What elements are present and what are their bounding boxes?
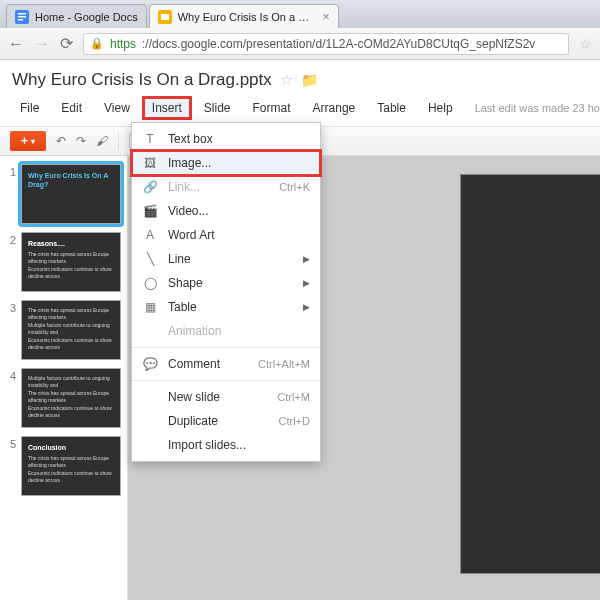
thumb-heading: Reasons....: [28, 239, 114, 248]
menu-comment[interactable]: 💬 Comment Ctrl+Alt+M: [132, 352, 320, 376]
menu-edit[interactable]: Edit: [51, 96, 92, 120]
url-https: https: [110, 37, 136, 51]
thumb-line: Multiple factors contribute to ongoing i…: [28, 375, 114, 388]
browser-tab-slides[interactable]: Why Euro Crisis Is On a Drag ×: [149, 4, 339, 28]
menu-separator: [132, 347, 320, 348]
toolbar-separator: [118, 132, 119, 150]
menu-label: Link...: [168, 180, 269, 194]
menu-file[interactable]: File: [10, 96, 49, 120]
slide-thumb-2[interactable]: Reasons.... The crisis has spread across…: [21, 232, 121, 292]
thumb-heading: Conclusion: [28, 443, 114, 452]
menu-label: Image...: [168, 156, 310, 170]
menu-bar: File Edit View Insert Slide Format Arran…: [0, 92, 600, 126]
menu-duplicate[interactable]: Duplicate Ctrl+D: [132, 409, 320, 433]
table-icon: ▦: [142, 300, 158, 314]
menu-import[interactable]: Import slides...: [132, 433, 320, 457]
doc-title[interactable]: Why Euro Crisis Is On a Drag.pptx: [12, 70, 272, 90]
menu-shape[interactable]: ◯ Shape ▶: [132, 271, 320, 295]
menu-table[interactable]: Table: [367, 96, 416, 120]
shape-icon: ◯: [142, 276, 158, 290]
thumb-number: 2: [6, 232, 16, 292]
comment-icon: 💬: [142, 357, 158, 371]
menu-video[interactable]: 🎬 Video...: [132, 199, 320, 223]
doc-header: Why Euro Crisis Is On a Drag.pptx ☆ 📁: [0, 60, 600, 92]
menu-shortcut: Ctrl+Alt+M: [258, 358, 310, 370]
menu-format[interactable]: Format: [243, 96, 301, 120]
thumb-line: The crisis has spread across Europe affe…: [28, 455, 114, 468]
menu-label: New slide: [168, 390, 267, 404]
thumb-title: Why Euro Crisis Is On A Drag?: [28, 171, 114, 189]
slide-thumb-4[interactable]: Multiple factors contribute to ongoing i…: [21, 368, 121, 428]
svg-rect-5: [161, 14, 169, 20]
thumb-line: Multiple factors contribute to ongoing i…: [28, 322, 114, 335]
close-icon[interactable]: ×: [322, 9, 330, 24]
new-slide-button[interactable]: +: [10, 131, 46, 151]
textbox-icon: T: [142, 132, 158, 146]
slide-thumb-3[interactable]: The crisis has spread across Europe affe…: [21, 300, 121, 360]
link-icon: 🔗: [142, 180, 158, 194]
tab-label: Home - Google Docs: [35, 11, 138, 23]
slide-thumb-5[interactable]: Conclusion The crisis has spread across …: [21, 436, 121, 496]
browser-tab-strip: Home - Google Docs Why Euro Crisis Is On…: [0, 0, 600, 28]
tab-label: Why Euro Crisis Is On a Drag: [178, 11, 316, 23]
back-icon[interactable]: ←: [8, 35, 24, 53]
thumb-line: The crisis has spread across Europe affe…: [28, 307, 114, 320]
menu-label: Import slides...: [168, 438, 310, 452]
thumb-line: Economic indicators continue to show dec…: [28, 470, 114, 483]
menu-table[interactable]: ▦ Table ▶: [132, 295, 320, 319]
menu-animation: Animation: [132, 319, 320, 343]
slide-thumb-1[interactable]: Why Euro Crisis Is On A Drag?: [21, 164, 121, 224]
star-icon[interactable]: ☆: [280, 71, 293, 89]
browser-tab-docs[interactable]: Home - Google Docs: [6, 4, 147, 28]
menu-newslide[interactable]: New slide Ctrl+M: [132, 385, 320, 409]
menu-label: Video...: [168, 204, 310, 218]
submenu-arrow-icon: ▶: [303, 278, 310, 288]
menu-label: Line: [168, 252, 293, 266]
menu-shortcut: Ctrl+K: [279, 181, 310, 193]
menu-link: 🔗 Link... Ctrl+K: [132, 175, 320, 199]
insert-dropdown: T Text box 🖼 Image... 🔗 Link... Ctrl+K 🎬…: [131, 122, 321, 462]
menu-image[interactable]: 🖼 Image...: [132, 151, 320, 175]
menu-label: Text box: [168, 132, 310, 146]
thumb-row: 4 Multiple factors contribute to ongoing…: [6, 368, 121, 428]
menu-insert[interactable]: Insert: [142, 96, 192, 120]
thumb-line: Economic indicators continue to show dec…: [28, 266, 114, 279]
menu-help[interactable]: Help: [418, 96, 463, 120]
thumb-line: Economic indicators continue to show dec…: [28, 337, 114, 350]
thumb-line: Economic indicators continue to show dec…: [28, 405, 114, 418]
reload-icon[interactable]: ⟳: [60, 34, 73, 53]
submenu-arrow-icon: ▶: [303, 302, 310, 312]
current-slide[interactable]: Why E: [460, 174, 600, 574]
paint-format-icon[interactable]: 🖌: [96, 134, 108, 148]
redo-icon[interactable]: ↷: [76, 134, 86, 148]
thumb-number: 5: [6, 436, 16, 496]
menu-arrange[interactable]: Arrange: [303, 96, 366, 120]
menu-view[interactable]: View: [94, 96, 140, 120]
thumb-line: The crisis has spread across Europe affe…: [28, 251, 114, 264]
menu-textbox[interactable]: T Text box: [132, 127, 320, 151]
thumb-row: 3 The crisis has spread across Europe af…: [6, 300, 121, 360]
slides-favicon-icon: [158, 10, 172, 24]
menu-separator: [132, 380, 320, 381]
menu-label: Word Art: [168, 228, 310, 242]
image-icon: 🖼: [142, 156, 158, 170]
thumb-number: 1: [6, 164, 16, 224]
docs-favicon-icon: [15, 10, 29, 24]
folder-icon[interactable]: 📁: [301, 72, 318, 88]
forward-icon[interactable]: →: [34, 35, 50, 53]
thumb-row: 2 Reasons.... The crisis has spread acro…: [6, 232, 121, 292]
thumb-number: 3: [6, 300, 16, 360]
menu-slide[interactable]: Slide: [194, 96, 241, 120]
menu-label: Duplicate: [168, 414, 269, 428]
lock-icon: 🔒: [90, 37, 104, 50]
menu-label: Animation: [168, 324, 310, 338]
menu-wordart[interactable]: A Word Art: [132, 223, 320, 247]
thumb-line: The crisis has spread across Europe affe…: [28, 390, 114, 403]
undo-icon[interactable]: ↶: [56, 134, 66, 148]
menu-line[interactable]: ╲ Line ▶: [132, 247, 320, 271]
video-icon: 🎬: [142, 204, 158, 218]
url-bar[interactable]: 🔒 https://docs.google.com/presentation/d…: [83, 33, 569, 55]
bookmark-star-icon[interactable]: ☆: [579, 36, 592, 52]
menu-label: Table: [168, 300, 293, 314]
wordart-icon: A: [142, 228, 158, 242]
